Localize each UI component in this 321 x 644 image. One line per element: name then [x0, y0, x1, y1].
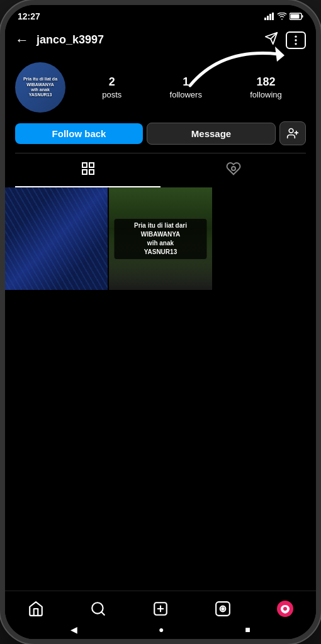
following-count: 182 [257, 75, 276, 89]
avatar[interactable]: Pria itu di liat daWIBAWANYAwih anakYASN… [15, 62, 65, 113]
status-time: 12:27 [18, 11, 40, 21]
more-options-button[interactable] [286, 31, 306, 49]
profile-username: janco_k3997 [37, 33, 104, 47]
posts-label: posts [102, 90, 121, 99]
nav-home[interactable] [22, 597, 50, 620]
svg-rect-5 [291, 14, 300, 19]
svg-point-13 [289, 129, 293, 133]
nav-activity[interactable] [271, 597, 299, 620]
tagged-posts-icon [226, 161, 241, 180]
svg-point-9 [295, 35, 296, 37]
battery-icon [290, 13, 303, 20]
svg-rect-18 [82, 170, 87, 174]
post-overlay-text: Pria itu di liat dariWIBAWANYAwih anakYA… [114, 219, 206, 259]
avatar-overlay-text: Pria itu di liat daWIBAWANYAwih anakYASN… [15, 62, 65, 113]
profile-info: Pria itu di liat daWIBAWANYAwih anakYASN… [15, 62, 306, 113]
post-thumbnail-fabric [5, 187, 108, 290]
signal-icon [264, 13, 274, 20]
phone-frame: 12:27 [0, 0, 321, 644]
svg-rect-19 [89, 170, 94, 174]
svg-rect-3 [272, 13, 274, 20]
reels-icon [214, 600, 232, 618]
followers-stat[interactable]: 1 followers [170, 75, 202, 99]
svg-point-11 [295, 43, 296, 45]
svg-line-22 [101, 612, 104, 615]
wifi-icon [277, 13, 287, 20]
nav-create[interactable] [147, 597, 174, 620]
stats-row: 2 posts 1 followers 182 following [78, 75, 306, 99]
notch [120, 5, 201, 24]
search-icon [89, 600, 107, 618]
tab-tagged[interactable] [160, 153, 306, 187]
direct-message-icon[interactable] [262, 29, 281, 51]
top-nav-left: ← janco_k3997 [15, 32, 104, 48]
avatar-text: Pria itu di liat daWIBAWANYAwih anakYASN… [23, 77, 57, 98]
follow-back-button[interactable]: Follow back [15, 123, 143, 144]
posts-stat[interactable]: 2 posts [102, 75, 121, 99]
phone-screen: 12:27 [5, 5, 316, 639]
svg-rect-16 [82, 163, 87, 167]
nav-search[interactable] [84, 597, 112, 620]
post-item-1[interactable] [5, 187, 108, 290]
add-person-button[interactable] [279, 121, 306, 145]
followers-label: followers [170, 90, 202, 99]
svg-point-30 [283, 607, 287, 611]
nav-reels[interactable] [209, 597, 237, 620]
status-icons [264, 13, 303, 20]
svg-rect-6 [302, 15, 303, 18]
tab-grid[interactable] [15, 153, 160, 187]
post-item-2[interactable]: Pria itu di liat dariWIBAWANYAwih anakYA… [109, 187, 211, 290]
top-nav: ← janco_k3997 [5, 24, 316, 56]
activity-icon [276, 600, 294, 618]
back-button[interactable]: ← [15, 32, 29, 48]
svg-point-20 [232, 167, 235, 170]
profile-section: Pria itu di liat daWIBAWANYAwih anakYASN… [5, 56, 316, 187]
tab-bar [15, 153, 306, 187]
sys-home-icon[interactable]: ● [159, 625, 164, 635]
add-person-icon [286, 127, 299, 140]
following-stat[interactable]: 182 following [250, 75, 282, 99]
avatar-container: Pria itu di liat daWIBAWANYAwih anakYASN… [15, 62, 65, 113]
home-icon [27, 600, 45, 618]
grid-posts-icon [81, 161, 96, 180]
following-label: following [250, 90, 282, 99]
message-button[interactable]: Message [147, 123, 276, 145]
sys-back-icon[interactable]: ◀ [70, 625, 77, 635]
sys-recents-icon[interactable]: ■ [245, 625, 250, 635]
posts-count: 2 [109, 75, 115, 89]
action-buttons: Follow back Message [15, 121, 306, 145]
svg-rect-1 [267, 16, 269, 20]
posts-grid: Pria itu di liat dariWIBAWANYAwih anakYA… [5, 187, 316, 290]
svg-point-28 [222, 608, 223, 609]
top-nav-right [262, 29, 306, 51]
svg-rect-17 [89, 163, 94, 167]
followers-count: 1 [183, 75, 189, 89]
svg-rect-0 [264, 18, 266, 20]
create-post-icon [152, 600, 169, 618]
svg-point-10 [295, 39, 296, 41]
sys-nav: ◀ ● ■ [5, 620, 316, 639]
svg-rect-2 [269, 14, 271, 20]
